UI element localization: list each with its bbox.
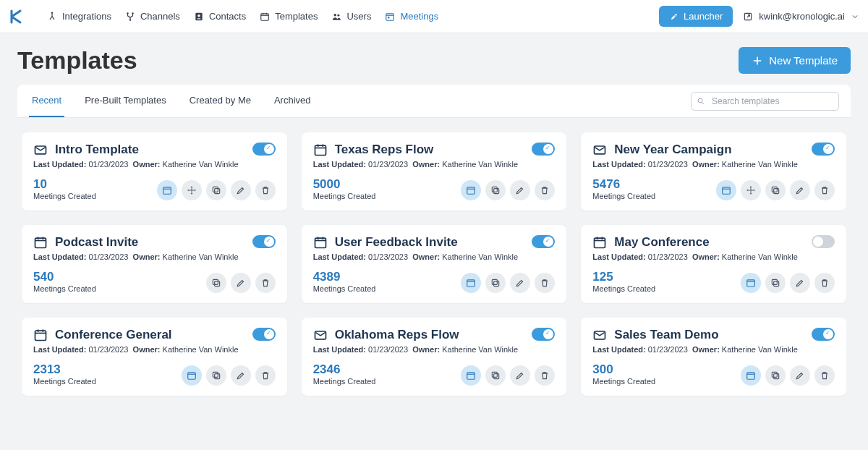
meetings-count: 5000 xyxy=(313,177,376,192)
nav-users[interactable]: Users xyxy=(331,11,371,22)
copy-button[interactable] xyxy=(206,273,226,293)
copy-button[interactable] xyxy=(485,365,506,386)
enable-toggle[interactable] xyxy=(812,143,835,156)
schedule-button[interactable] xyxy=(461,365,481,386)
edit-button[interactable] xyxy=(510,180,530,200)
move-button[interactable] xyxy=(182,180,202,200)
enable-toggle[interactable] xyxy=(812,235,835,248)
copy-button[interactable] xyxy=(765,365,786,386)
template-card: Sales Team DemoLast Updated: 01/23/2023 … xyxy=(581,318,846,396)
nav-integrations[interactable]: Integrations xyxy=(46,11,111,22)
svg-rect-68 xyxy=(467,373,475,379)
enable-toggle[interactable] xyxy=(252,143,276,156)
svg-rect-28 xyxy=(467,187,475,194)
schedule-button[interactable] xyxy=(157,180,177,200)
delete-button[interactable] xyxy=(255,273,276,293)
schedule-button[interactable] xyxy=(182,365,202,386)
enable-toggle[interactable] xyxy=(252,328,276,341)
delete-button[interactable] xyxy=(255,365,276,386)
edit-button[interactable] xyxy=(790,365,810,386)
nav-label: Users xyxy=(346,11,371,22)
move-button[interactable] xyxy=(741,180,761,200)
template-meta: Last Updated: 01/23/2023 Owner: Katherin… xyxy=(313,160,556,169)
nav-contacts[interactable]: Contacts xyxy=(193,11,246,22)
calendar-icon xyxy=(313,143,328,157)
new-template-label: New Template xyxy=(769,54,838,67)
nav-label: Contacts xyxy=(209,11,246,22)
enable-toggle[interactable] xyxy=(532,328,555,341)
edit-button[interactable] xyxy=(231,180,251,200)
tab-archived[interactable]: Archived xyxy=(271,85,314,117)
delete-button[interactable] xyxy=(535,180,555,200)
template-card: Podcast InviteLast Updated: 01/23/2023 O… xyxy=(22,225,287,303)
nav-meetings[interactable]: Meetings xyxy=(384,11,438,22)
edit-button[interactable] xyxy=(790,180,810,200)
card-actions xyxy=(182,365,276,386)
delete-button[interactable] xyxy=(814,273,835,293)
tab-recent[interactable]: Recent xyxy=(29,85,64,117)
svg-rect-22 xyxy=(214,189,219,194)
template-title: Conference General xyxy=(55,328,172,342)
users-icon xyxy=(331,11,342,22)
delete-button[interactable] xyxy=(535,365,555,386)
svg-point-5 xyxy=(197,14,200,17)
mail-icon xyxy=(592,328,607,342)
edit-button[interactable] xyxy=(510,273,530,293)
copy-button[interactable] xyxy=(485,180,506,200)
template-card: May ConferenceLast Updated: 01/23/2023 O… xyxy=(581,225,846,303)
meetings-count: 2346 xyxy=(313,362,376,377)
template-card: Conference GeneralLast Updated: 01/23/20… xyxy=(22,318,287,396)
svg-rect-73 xyxy=(747,373,755,379)
template-title: Intro Template xyxy=(55,143,139,157)
schedule-button[interactable] xyxy=(741,273,761,293)
edit-button[interactable] xyxy=(790,273,810,293)
delete-button[interactable] xyxy=(535,273,555,293)
svg-rect-24 xyxy=(315,145,326,155)
edit-button[interactable] xyxy=(231,273,251,293)
schedule-button[interactable] xyxy=(461,180,481,200)
new-template-button[interactable]: New Template xyxy=(739,47,851,74)
search-icon xyxy=(697,97,705,106)
svg-rect-47 xyxy=(467,280,475,286)
enable-toggle[interactable] xyxy=(812,328,835,341)
copy-button[interactable] xyxy=(485,273,506,293)
delete-button[interactable] xyxy=(814,180,835,200)
search-input[interactable] xyxy=(691,92,839,111)
template-title: Sales Team Demo xyxy=(614,328,718,342)
copy-button[interactable] xyxy=(206,180,226,200)
launcher-button[interactable]: Launcher xyxy=(659,6,733,27)
schedule-button[interactable] xyxy=(461,273,481,293)
mail-icon xyxy=(592,143,607,157)
nav-channels[interactable]: Channels xyxy=(124,11,180,22)
brand-logo xyxy=(9,8,26,25)
svg-rect-36 xyxy=(772,187,777,192)
enable-toggle[interactable] xyxy=(532,143,555,156)
svg-point-17 xyxy=(698,98,702,103)
tab-prebuilt[interactable]: Pre-Built Templates xyxy=(82,85,169,117)
meetings-label: Meetings Created xyxy=(313,284,376,293)
template-meta: Last Updated: 01/23/2023 Owner: Katherin… xyxy=(33,160,276,169)
nav-label: Meetings xyxy=(400,11,438,22)
calendar-icon xyxy=(33,235,48,250)
copy-button[interactable] xyxy=(206,365,226,386)
copy-button[interactable] xyxy=(765,273,786,293)
template-title: User Feedback Invite xyxy=(335,235,458,250)
delete-button[interactable] xyxy=(255,180,276,200)
edit-button[interactable] xyxy=(231,365,251,386)
delete-button[interactable] xyxy=(814,365,835,386)
enable-toggle[interactable] xyxy=(252,235,276,248)
copy-button[interactable] xyxy=(765,180,786,200)
schedule-button[interactable] xyxy=(716,180,736,200)
nav-templates[interactable]: Templates xyxy=(259,11,318,22)
tab-created-by-me[interactable]: Created by Me xyxy=(187,85,254,117)
schedule-button[interactable] xyxy=(741,365,761,386)
user-menu[interactable]: kwink@kronologic.ai xyxy=(743,11,859,22)
edit-button[interactable] xyxy=(510,365,530,386)
meetings-count: 125 xyxy=(592,270,655,284)
meetings-count: 300 xyxy=(592,362,655,377)
rocket-icon xyxy=(669,12,679,22)
meetings-label: Meetings Created xyxy=(313,192,376,200)
page-title: Templates xyxy=(17,46,137,75)
enable-toggle[interactable] xyxy=(532,235,555,248)
fork-icon xyxy=(124,11,136,22)
